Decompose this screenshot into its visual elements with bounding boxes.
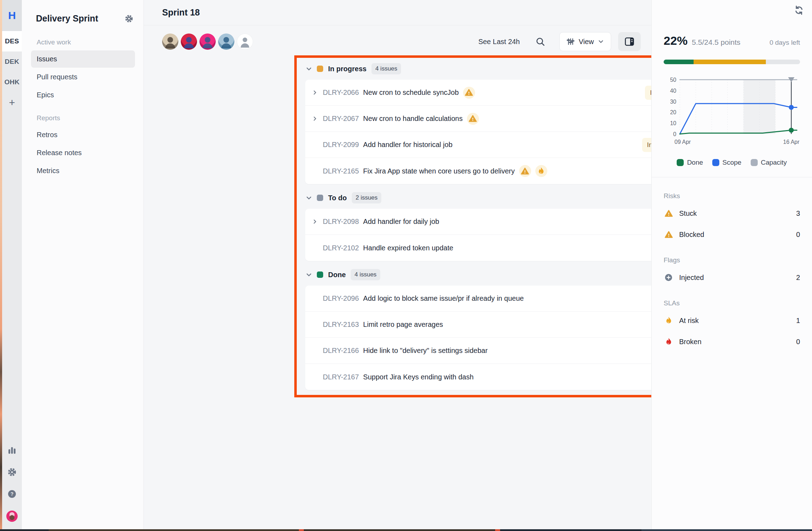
panel-item-label: At risk	[679, 317, 699, 325]
section-label: In progress	[328, 65, 367, 73]
user-avatar[interactable]	[6, 511, 18, 522]
metrics-bars-icon[interactable]	[7, 445, 17, 456]
svg-text:?: ?	[11, 491, 14, 497]
app-logo[interactable]: H	[2, 0, 22, 31]
section-status-square	[317, 66, 323, 72]
issue-key: DLRY-2066	[323, 88, 359, 97]
rail-item-dek[interactable]: DEK	[2, 51, 22, 72]
expand-chevron-icon[interactable]	[312, 219, 323, 224]
end-dot-scope	[789, 105, 794, 110]
panel-item-label: Stuck	[679, 209, 697, 218]
issue-key: DLRY-2096	[323, 294, 359, 303]
sprint-stats: 22% 5.5/24.5 points 0 days left	[664, 34, 800, 48]
issue-key: DLRY-2067	[323, 115, 359, 123]
issue-key: DLRY-2166	[323, 347, 359, 355]
panel-item-count: 2	[796, 274, 800, 282]
panel-list-item-stuck[interactable]: Stuck3	[664, 203, 800, 224]
legend-swatch	[751, 159, 758, 166]
side-panel-toggle-button[interactable]	[618, 32, 641, 51]
injected-plus-icon	[664, 273, 673, 282]
section-label: To do	[328, 194, 347, 202]
panel-list-item-at-risk[interactable]: At risk1	[664, 310, 800, 331]
sidebar-item-epics[interactable]: Epics	[31, 86, 135, 104]
app-window: H DESDEKOHK + ? Delivery Sprint Active w…	[0, 0, 812, 531]
add-workspace-button[interactable]: +	[2, 92, 22, 113]
expand-chevron-icon[interactable]	[312, 90, 323, 95]
issue-key: DLRY-2163	[323, 321, 359, 329]
panel-item-count: 1	[796, 317, 800, 325]
panel-list-item-broken[interactable]: Broken0	[664, 331, 800, 352]
rail-item-ohk[interactable]: OHK	[2, 72, 22, 92]
panel-item-label: Blocked	[679, 231, 704, 239]
view-button-label: View	[579, 38, 594, 46]
panel-item-count: 0	[796, 231, 800, 239]
sidebar: Delivery Sprint Active workIssuesPull re…	[22, 0, 144, 531]
burnup-chart: 0102030405009 Apr16 Apr	[664, 73, 800, 155]
sidebar-item-pull-requests[interactable]: Pull requests	[31, 68, 135, 86]
panel-list-item-blocked[interactable]: Blocked0	[664, 224, 800, 245]
section-issue-count-badge: 4 issues	[351, 269, 380, 280]
panel-list-item-injected[interactable]: Injected2	[664, 267, 800, 288]
sprint-progress-bar	[664, 60, 800, 64]
issue-title: New cron to handle calculations	[363, 115, 462, 123]
panel-item-label: Broken	[679, 338, 701, 346]
sprint-settings-gear-icon[interactable]	[124, 14, 134, 23]
nav-group-label: Active work	[37, 38, 129, 46]
search-icon[interactable]	[535, 37, 545, 47]
sidebar-item-metrics[interactable]: Metrics	[31, 162, 135, 179]
legend-label: Scope	[722, 159, 742, 166]
see-last-24h-toggle[interactable]: See Last 24h	[478, 38, 520, 46]
help-icon[interactable]: ?	[7, 489, 17, 499]
svg-text:40: 40	[670, 88, 676, 94]
progress-segment	[664, 60, 694, 64]
view-button[interactable]: View	[559, 32, 611, 51]
panel-item-count: 0	[796, 338, 800, 346]
sprint-summary-panel: 22% 5.5/24.5 points 0 days left 01020304…	[651, 0, 812, 531]
person-photo	[199, 33, 216, 50]
svg-text:10: 10	[670, 120, 676, 126]
series-done	[680, 130, 797, 134]
issue-key: DLRY-2165	[323, 167, 359, 175]
sync-refresh-icon[interactable]	[794, 5, 804, 17]
expand-chevron-icon[interactable]	[312, 116, 323, 121]
section-label: Done	[328, 271, 346, 279]
avatar[interactable]	[162, 33, 178, 50]
rail-item-des[interactable]: DES	[2, 31, 22, 51]
sidebar-item-retros[interactable]: Retros	[31, 126, 135, 144]
main-header: Sprint 18	[144, 0, 651, 25]
svg-text:50: 50	[670, 77, 676, 83]
sidebar-item-release-notes[interactable]: Release notes	[31, 144, 135, 161]
chart-legend: DoneScopeCapacity	[664, 159, 800, 166]
svg-text:16 Apr: 16 Apr	[783, 139, 800, 145]
section-collapse-chevron-icon[interactable]	[306, 195, 312, 201]
series-scope	[680, 104, 797, 134]
background-taskbar-sliver	[0, 529, 812, 531]
settings-gear-icon[interactable]	[7, 467, 17, 477]
svg-text:20: 20	[670, 109, 676, 115]
background-window-edge	[0, 0, 2, 531]
section-collapse-chevron-icon[interactable]	[306, 66, 312, 72]
avatar[interactable]	[181, 33, 197, 50]
section-issue-count-badge: 4 issues	[371, 63, 401, 74]
nav-group-label: Reports	[37, 114, 129, 122]
progress-segment	[766, 60, 800, 64]
panel-group-title: Flags	[664, 256, 800, 264]
issue-title: Add handler for daily job	[363, 218, 439, 226]
svg-text:30: 30	[670, 99, 676, 105]
progress-segment	[694, 60, 766, 64]
avatar-placeholder[interactable]	[237, 33, 253, 50]
avatar[interactable]	[199, 33, 216, 50]
points-summary: 5.5/24.5 points	[692, 38, 740, 47]
issue-key: DLRY-2167	[323, 373, 359, 381]
legend-swatch	[677, 159, 684, 166]
legend-item-capacity: Capacity	[751, 159, 787, 166]
page-title: Sprint 18	[162, 7, 200, 18]
sliders-icon	[567, 38, 574, 45]
warning-icon	[519, 165, 531, 177]
avatar[interactable]	[218, 33, 234, 50]
section-collapse-chevron-icon[interactable]	[306, 272, 312, 278]
warning-triangle-icon	[664, 231, 673, 238]
section-issue-count-badge: 2 issues	[352, 192, 381, 203]
legend-label: Done	[687, 159, 703, 166]
sidebar-item-issues[interactable]: Issues	[31, 50, 135, 68]
